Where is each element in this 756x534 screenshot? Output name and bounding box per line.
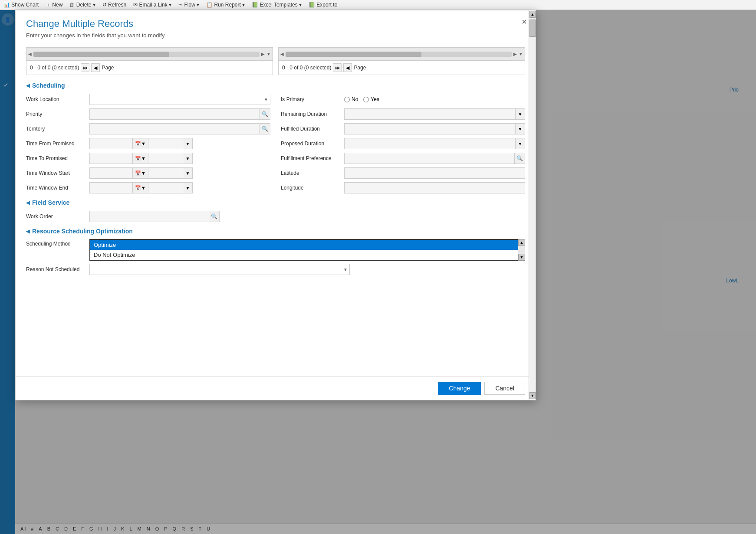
- run-report-btn[interactable]: 📋 Run Report ▾: [206, 2, 245, 8]
- territory-input-group: 🔍: [89, 123, 270, 134]
- refresh-btn[interactable]: ↺ Refresh: [102, 2, 126, 8]
- time-from-promised-calendar-btn[interactable]: 📅▼: [133, 138, 148, 149]
- is-primary-no[interactable]: No: [344, 96, 358, 102]
- remaining-duration-btn[interactable]: ▼: [516, 108, 525, 120]
- flow-btn[interactable]: ⤳ Flow ▾: [178, 2, 199, 8]
- scroll-track-right[interactable]: [286, 52, 512, 57]
- time-window-end-group: 📅▼ ▼: [89, 182, 270, 193]
- is-primary-yes[interactable]: Yes: [363, 96, 379, 102]
- delete-btn[interactable]: 🗑 Delete ▾: [69, 2, 95, 8]
- is-primary-yes-radio[interactable]: [363, 97, 369, 102]
- longitude-row: Longitude: [281, 182, 525, 194]
- change-button[interactable]: Change: [438, 382, 481, 395]
- dropdown-scroll-down[interactable]: ▼: [518, 254, 525, 261]
- dropdown-scroll-up[interactable]: ▲: [518, 239, 525, 246]
- scroll-track-left[interactable]: [33, 52, 260, 57]
- priority-input[interactable]: [89, 108, 260, 120]
- scroll-left-arrow[interactable]: ◀: [28, 52, 32, 56]
- is-primary-no-radio[interactable]: [344, 97, 350, 102]
- time-from-promised-date[interactable]: [89, 138, 133, 149]
- reason-not-scheduled-arrow: ▼: [343, 267, 348, 272]
- work-order-lookup-btn[interactable]: 🔍: [209, 211, 220, 222]
- territory-row: Territory 🔍: [26, 123, 270, 135]
- territory-lookup-btn[interactable]: 🔍: [260, 123, 270, 134]
- list-panel-left-footer: 0 - 0 of 0 (0 selected) ⏮ ◀ Page: [26, 61, 273, 75]
- field-service-section-header: ◀ Field Service: [26, 199, 525, 206]
- time-to-promised-calendar-btn[interactable]: 📅▼: [133, 153, 148, 164]
- fulfillment-preference-lookup-btn[interactable]: 🔍: [515, 153, 525, 164]
- scheduling-label: Scheduling: [32, 82, 65, 89]
- scroll-right-arrow-right[interactable]: ▶: [513, 52, 517, 56]
- first-page-btn-left[interactable]: ⏮: [81, 63, 89, 72]
- remaining-duration-input[interactable]: [344, 108, 516, 120]
- latitude-input[interactable]: [344, 167, 525, 179]
- fulfillment-preference-input[interactable]: [344, 153, 515, 164]
- prev-page-btn-left[interactable]: ◀: [91, 63, 100, 72]
- work-order-row: Work Order 🔍: [26, 210, 525, 223]
- reason-not-scheduled-dropdown[interactable]: ▼: [89, 264, 350, 275]
- scroll-right-arrow[interactable]: ▶: [261, 52, 265, 56]
- prev-page-btn-right[interactable]: ◀: [343, 63, 352, 72]
- scheduling-toggle[interactable]: ◀: [26, 83, 30, 88]
- scroll-down-arrow-left[interactable]: ▼: [266, 52, 271, 56]
- scheduling-form-grid: Work Location ▼ Is Primary No Yes: [26, 93, 525, 194]
- time-window-end-time-btn[interactable]: ▼: [183, 182, 193, 193]
- fulfilled-duration-label: Fulfilled Duration: [281, 126, 342, 132]
- work-order-input[interactable]: [89, 211, 209, 222]
- time-from-promised-time-btn[interactable]: ▼: [183, 138, 193, 149]
- time-window-start-time-btn[interactable]: ▼: [183, 167, 193, 179]
- fulfillment-preference-label: Fulfillment Preference: [281, 155, 342, 161]
- rso-toggle[interactable]: ◀: [26, 229, 30, 234]
- time-to-promised-time[interactable]: [148, 153, 183, 164]
- fulfilled-duration-btn[interactable]: ▼: [516, 123, 525, 134]
- proposed-duration-input[interactable]: [344, 138, 516, 149]
- list-panel-left-status: 0 - 0 of 0 (0 selected): [30, 65, 79, 71]
- proposed-duration-label: Proposed Duration: [281, 141, 342, 147]
- modal-close-button[interactable]: ×: [522, 17, 527, 26]
- time-window-start-time[interactable]: [148, 167, 183, 179]
- scheduling-option-do-not-optimize[interactable]: Do Not Optimize: [90, 250, 524, 260]
- priority-lookup-btn[interactable]: 🔍: [260, 108, 270, 120]
- scheduling-method-dropdown-list[interactable]: Optimize Do Not Optimize: [89, 239, 525, 261]
- is-primary-yes-label: Yes: [371, 96, 379, 102]
- scheduling-option-optimize[interactable]: Optimize: [90, 240, 524, 250]
- fulfilled-duration-input[interactable]: [344, 123, 516, 134]
- longitude-label: Longitude: [281, 185, 342, 191]
- email-link-btn[interactable]: ✉ Email a Link ▾: [133, 2, 171, 8]
- scroll-down-arrow-right[interactable]: ▼: [519, 52, 523, 56]
- time-window-start-row: Time Window Start 📅▼ ▼: [26, 167, 270, 179]
- time-to-promised-date[interactable]: [89, 153, 133, 164]
- modal-scrollbar[interactable]: ▲ ▼: [529, 10, 536, 400]
- time-window-start-group: 📅▼ ▼: [89, 167, 270, 179]
- excel-templates-btn[interactable]: 📗 Excel Templates ▾: [252, 2, 302, 8]
- fulfillment-preference-group: 🔍: [344, 153, 525, 164]
- time-window-end-time[interactable]: [148, 182, 183, 193]
- export-btn[interactable]: 📗 Export to: [309, 2, 337, 8]
- field-service-toggle[interactable]: ◀: [26, 200, 30, 206]
- bg-toolbar: 📊 Show Chart ＋ New 🗑 Delete ▾ ↺ Refresh …: [0, 0, 756, 10]
- work-location-arrow: ▼: [264, 97, 268, 102]
- first-page-btn-right[interactable]: ⏮: [333, 63, 342, 72]
- remaining-duration-group: ▼: [344, 108, 525, 120]
- time-window-end-date[interactable]: [89, 182, 133, 193]
- scroll-left-arrow-right[interactable]: ◀: [280, 52, 284, 56]
- time-to-promised-time-btn[interactable]: ▼: [183, 153, 193, 164]
- time-window-end-calendar-btn[interactable]: 📅▼: [133, 182, 148, 193]
- cancel-button[interactable]: Cancel: [484, 382, 525, 395]
- list-panel-right-footer: 0 - 0 of 0 (0 selected) ⏮ ◀ Page: [279, 61, 525, 75]
- longitude-input[interactable]: [344, 182, 525, 193]
- work-location-label: Work Location: [26, 96, 87, 102]
- territory-input[interactable]: [89, 123, 260, 134]
- proposed-duration-btn[interactable]: ▼: [516, 138, 525, 149]
- rso-label: Resource Scheduling Optimization: [32, 228, 133, 235]
- show-chart-btn[interactable]: 📊 Show Chart: [3, 2, 39, 8]
- work-location-dropdown[interactable]: ▼: [89, 94, 270, 105]
- list-panel-right-scrollbar[interactable]: ◀ ▶ ▼: [279, 48, 525, 61]
- dropdown-scrollbar[interactable]: ▲ ▼: [518, 239, 525, 261]
- time-window-start-date[interactable]: [89, 167, 133, 179]
- new-btn[interactable]: ＋ New: [46, 1, 62, 9]
- time-window-start-calendar-btn[interactable]: 📅▼: [133, 167, 148, 179]
- list-panel-left-scrollbar[interactable]: ◀ ▶ ▼: [26, 48, 273, 61]
- time-from-promised-time[interactable]: [148, 138, 183, 149]
- list-panel-right: ◀ ▶ ▼ 0 - 0 of 0 (0 selected) ⏮ ◀ Page: [278, 47, 525, 75]
